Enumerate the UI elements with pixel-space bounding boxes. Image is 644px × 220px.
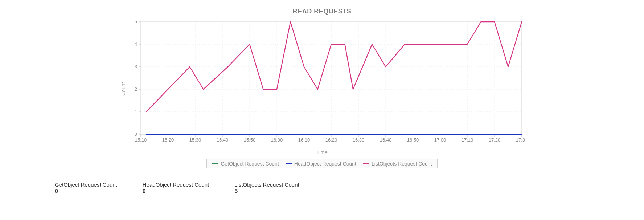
svg-text:5: 5 <box>134 19 137 24</box>
legend-swatch <box>212 163 218 164</box>
legend-label: HeadObject Request Count <box>294 161 356 167</box>
svg-text:16:40: 16:40 <box>380 137 391 143</box>
svg-text:16:50: 16:50 <box>407 137 419 143</box>
legend-label: GetObject Request Count <box>221 161 279 167</box>
svg-text:0: 0 <box>134 131 137 137</box>
x-axis-label: Time <box>11 150 633 155</box>
line-chart: 01234515:1015:2015:3015:4015:5016:0016:1… <box>126 18 525 149</box>
svg-text:4: 4 <box>134 41 137 47</box>
svg-text:2: 2 <box>134 86 137 92</box>
svg-text:17:00: 17:00 <box>434 137 446 143</box>
legend-label: ListObjects Request Count <box>372 161 432 167</box>
legend-item[interactable]: GetObject Request Count <box>212 161 279 167</box>
svg-text:15:40: 15:40 <box>216 137 228 143</box>
svg-text:17:10: 17:10 <box>461 137 473 143</box>
svg-text:17:30: 17:30 <box>516 137 525 143</box>
chart-panel: READ REQUESTS Count 01234515:1015:2015:3… <box>0 0 644 220</box>
svg-text:15:50: 15:50 <box>243 137 255 143</box>
legend: GetObject Request CountHeadObject Reques… <box>206 159 437 168</box>
stat-block: ListObjects Request Count5 <box>234 182 299 195</box>
legend-item[interactable]: HeadObject Request Count <box>286 161 356 167</box>
legend-swatch <box>363 163 369 164</box>
stat-label: HeadObject Request Count <box>143 182 209 188</box>
svg-text:15:30: 15:30 <box>189 137 201 143</box>
stat-label: GetObject Request Count <box>55 182 117 188</box>
svg-text:1: 1 <box>134 109 137 114</box>
stat-label: ListObjects Request Count <box>234 182 299 188</box>
chart-area: Count 01234515:1015:2015:3015:4015:5016:… <box>11 18 633 149</box>
svg-text:16:20: 16:20 <box>325 137 337 143</box>
svg-text:15:20: 15:20 <box>162 137 174 143</box>
stat-block: GetObject Request Count0 <box>55 182 117 195</box>
svg-text:3: 3 <box>134 64 137 69</box>
stat-value: 5 <box>234 188 299 195</box>
legend-item[interactable]: ListObjects Request Count <box>363 161 432 167</box>
stat-value: 0 <box>143 188 209 195</box>
summary-stats: GetObject Request Count0HeadObject Reque… <box>55 182 633 195</box>
svg-text:17:20: 17:20 <box>488 137 500 143</box>
svg-text:15:10: 15:10 <box>135 137 147 143</box>
stat-block: HeadObject Request Count0 <box>143 182 209 195</box>
y-axis-label: Count <box>119 18 126 149</box>
svg-text:16:00: 16:00 <box>271 137 283 143</box>
stat-value: 0 <box>55 188 117 195</box>
chart-title: READ REQUESTS <box>11 8 633 15</box>
svg-text:16:10: 16:10 <box>298 137 310 143</box>
svg-text:16:30: 16:30 <box>352 137 364 143</box>
legend-swatch <box>286 163 292 164</box>
